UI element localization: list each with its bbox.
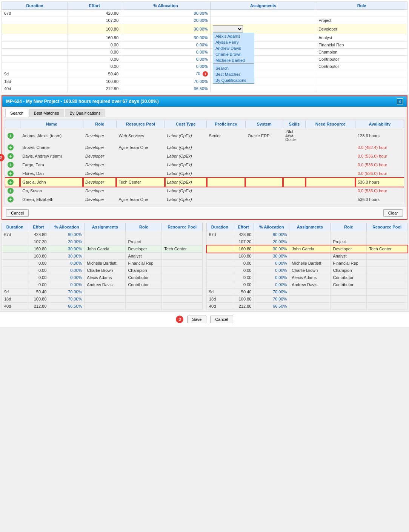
resource-row[interactable]: + Flores, Dan Developer Labor (OpEx) 0.0… xyxy=(5,169,404,178)
dur xyxy=(2,253,28,260)
resource-row[interactable]: + Go, Susan Developer Labor (OpEx) 0.0 (… xyxy=(5,187,404,195)
assignment-select[interactable] xyxy=(213,25,243,33)
eff: 212.80 xyxy=(28,303,49,310)
cancel-button[interactable]: Cancel xyxy=(210,316,233,323)
alloc: 0.00% xyxy=(49,281,85,288)
eff: 0.00 xyxy=(233,274,254,281)
dropdown-option[interactable]: Michelle Bartlett xyxy=(213,57,254,63)
add-cell[interactable]: + xyxy=(5,143,20,152)
role xyxy=(331,296,367,303)
resource-scroll[interactable]: NameRoleResource PoolCost TypeProficienc… xyxy=(5,120,404,204)
add-resource-button[interactable]: + xyxy=(8,170,14,176)
dropdown-extra-option[interactable]: Search xyxy=(213,65,254,71)
bl-row: 67d 428.80 80.00% xyxy=(2,231,203,238)
dropdown-option[interactable]: Charlie Brown xyxy=(213,51,254,57)
proficiency-cell xyxy=(207,178,246,187)
tab-search[interactable]: Search xyxy=(5,109,28,117)
assignment-dropdown-cell[interactable]: Alexis AdamsAlyssa PerryAndrew DavisChar… xyxy=(210,24,316,34)
tab-by-qualifications[interactable]: By Qualifications xyxy=(65,109,106,117)
br-col-header: Assignments xyxy=(289,223,331,231)
footer-bar: 3 Save Cancel xyxy=(0,311,409,327)
resource-col-header: Need Resource xyxy=(306,120,355,128)
pool xyxy=(162,281,203,288)
add-resource-button[interactable]: + xyxy=(8,153,14,159)
dropdown-extra-option[interactable]: Best Matches xyxy=(213,71,254,77)
name-cell[interactable]: Green, Elizabeth xyxy=(20,195,83,204)
br-row: 0.00 0.00% Charlie Brown Champion xyxy=(207,267,407,274)
skills-cell xyxy=(283,143,305,152)
pool xyxy=(367,267,407,274)
modal-body: NameRoleResource PoolCost TypeProficienc… xyxy=(2,117,407,207)
need-resource-cell xyxy=(306,187,355,195)
add-cell[interactable]: + xyxy=(5,161,20,169)
modal-clear-button[interactable]: Clear xyxy=(383,209,403,217)
eff: 100.80 xyxy=(28,296,49,303)
add-resource-button[interactable]: + xyxy=(8,133,14,139)
name-cell[interactable]: Adams, Alexis (team) xyxy=(20,128,83,143)
dropdown-option[interactable]: Alyssa Perry xyxy=(213,39,254,45)
add-cell[interactable]: + xyxy=(5,152,20,161)
bl-row: 0.00 0.00% Charlie Brown Champion xyxy=(2,267,203,274)
resource-row[interactable]: + Adams, Alexis (team) Developer Web Ser… xyxy=(5,128,404,143)
duration-cell xyxy=(2,17,68,24)
dropdown-option[interactable]: Andrew Davis xyxy=(213,45,254,51)
resource-col-header: Proficiency xyxy=(207,120,246,128)
dur xyxy=(2,267,28,274)
add-cell[interactable]: + xyxy=(5,169,20,178)
resource-row[interactable]: + Brown, Charlie Developer Agile Team On… xyxy=(5,143,404,152)
close-button[interactable]: × xyxy=(397,98,403,104)
eff: 160.80 xyxy=(28,245,49,253)
availability-cell: 0.0 (482.4) hour xyxy=(355,143,404,152)
add-resource-button[interactable]: + xyxy=(8,196,14,202)
bl-col-header: Effort xyxy=(28,223,49,231)
resource-row[interactable]: + Davis, Andrew (team) Developer Labor (… xyxy=(5,152,404,161)
assign: Alexis Adams xyxy=(85,274,126,281)
add-resource-button[interactable]: + xyxy=(8,144,14,150)
bl-row: 0.00 0.00% Alexis Adams Contributor xyxy=(2,274,203,281)
add-cell[interactable]: + xyxy=(5,187,20,195)
name-cell[interactable]: Davis, Andrew (team) xyxy=(20,152,83,161)
alloc: 70.00% xyxy=(49,288,85,296)
col-allocation: % Allocation xyxy=(121,2,211,10)
add-cell[interactable]: + xyxy=(5,128,20,143)
duration-cell xyxy=(2,41,68,49)
alloc: 0.00% xyxy=(49,267,85,274)
dropdown-list[interactable]: Alexis AdamsAlyssa PerryAndrew DavisChar… xyxy=(213,33,254,84)
resource-row[interactable]: + Fargo, Fara Developer Labor (OpEx) 0.0… xyxy=(5,161,404,169)
role-cell: Developer xyxy=(83,128,116,143)
add-resource-button[interactable]: + xyxy=(8,179,14,185)
dropdown-option[interactable]: Alexis Adams xyxy=(213,33,254,39)
name-cell[interactable]: Flores, Dan xyxy=(20,169,83,178)
name-cell[interactable]: Brown, Charlie xyxy=(20,143,83,152)
need-resource-cell xyxy=(306,161,355,169)
name-cell[interactable]: Go, Susan xyxy=(20,187,83,195)
role-cell: Contributor xyxy=(316,56,407,63)
modal-cancel-button[interactable]: Cancel xyxy=(6,209,29,217)
add-cell[interactable]: + xyxy=(5,178,20,187)
system-cell xyxy=(245,152,283,161)
save-button[interactable]: Save xyxy=(187,316,206,323)
need-resource-cell xyxy=(306,143,355,152)
role: Developer xyxy=(126,245,162,253)
pool xyxy=(367,238,407,245)
cost-type-cell: Labor (OpEx) xyxy=(165,187,207,195)
resource-row[interactable]: + Green, Elizabeth Developer Agile Team … xyxy=(5,195,404,204)
role-cell: Contributor xyxy=(316,63,407,70)
eff: 0.00 xyxy=(233,267,254,274)
name-cell[interactable]: Fargo, Fara xyxy=(20,161,83,169)
name-cell[interactable]: Garcia, John xyxy=(20,178,83,187)
pool xyxy=(367,260,407,267)
system-cell xyxy=(245,195,283,204)
tab-best-matches[interactable]: Best Matches xyxy=(29,109,64,117)
add-resource-button[interactable]: + xyxy=(8,162,14,168)
bl-row: 0.00 0.00% Andrew Davis Contributor xyxy=(2,281,203,288)
skills-cell xyxy=(283,195,305,204)
resource-row[interactable]: + Garcia, John Developer Tech Center Lab… xyxy=(5,178,404,187)
duration-cell: 40d xyxy=(2,85,68,92)
dropdown-extra-option[interactable]: By Qualifications xyxy=(213,77,254,83)
assign: Andrew Davis xyxy=(289,281,331,288)
add-resource-button[interactable]: + xyxy=(8,188,14,194)
add-cell[interactable]: + xyxy=(5,195,20,204)
allocation-cell: 0.00% xyxy=(121,56,211,63)
bl-col-header: % Allocation xyxy=(49,223,85,231)
